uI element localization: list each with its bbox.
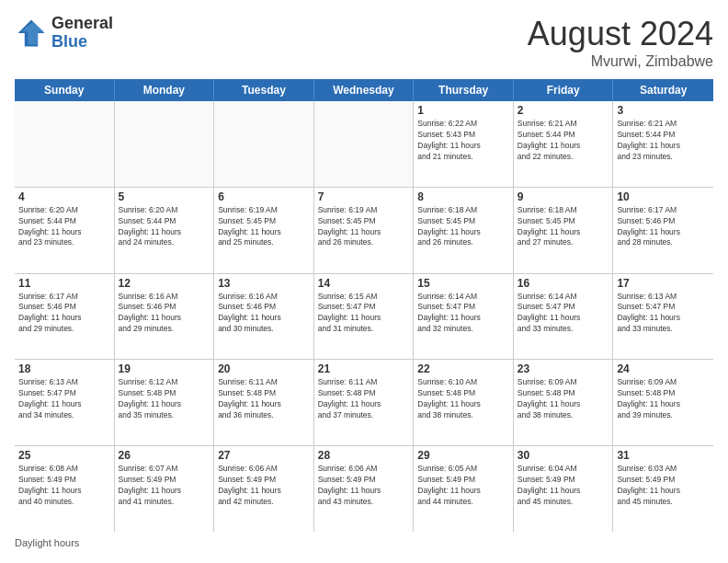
page: General Blue August 2024 Mvurwi, Zimbabw… xyxy=(0,0,728,563)
cal-cell-2-3: 6Sunrise: 6:19 AM Sunset: 5:45 PM Daylig… xyxy=(214,188,314,273)
cal-cell-3-5: 15Sunrise: 6:14 AM Sunset: 5:47 PM Dayli… xyxy=(414,274,514,360)
day-number: 16 xyxy=(518,277,609,290)
day-number: 19 xyxy=(119,362,210,375)
logo: General Blue xyxy=(15,15,113,52)
cal-cell-3-6: 16Sunrise: 6:14 AM Sunset: 5:47 PM Dayli… xyxy=(514,274,614,360)
footer-note: Daylight hours xyxy=(15,537,713,548)
calendar-header: Sunday Monday Tuesday Wednesday Thursday… xyxy=(15,79,713,101)
day-info: Sunrise: 6:12 AM Sunset: 5:48 PM Dayligh… xyxy=(119,377,210,421)
title-month: August 2024 xyxy=(528,15,713,53)
cal-cell-4-6: 23Sunrise: 6:09 AM Sunset: 5:48 PM Dayli… xyxy=(514,360,614,445)
cal-cell-4-1: 18Sunrise: 6:13 AM Sunset: 5:47 PM Dayli… xyxy=(15,360,115,445)
day-number: 15 xyxy=(417,277,509,290)
day-number: 4 xyxy=(18,190,110,203)
day-info: Sunrise: 6:08 AM Sunset: 5:49 PM Dayligh… xyxy=(18,464,110,508)
day-number: 2 xyxy=(518,104,609,117)
header-wednesday: Wednesday xyxy=(314,79,415,101)
day-info: Sunrise: 6:21 AM Sunset: 5:44 PM Dayligh… xyxy=(617,119,710,163)
cal-cell-4-5: 22Sunrise: 6:10 AM Sunset: 5:48 PM Dayli… xyxy=(414,360,514,445)
header-tuesday: Tuesday xyxy=(214,79,314,101)
day-number: 18 xyxy=(18,362,110,375)
day-info: Sunrise: 6:19 AM Sunset: 5:45 PM Dayligh… xyxy=(218,205,310,249)
cal-cell-3-4: 14Sunrise: 6:15 AM Sunset: 5:47 PM Dayli… xyxy=(314,274,415,360)
day-number: 24 xyxy=(617,362,710,375)
day-info: Sunrise: 6:07 AM Sunset: 5:49 PM Dayligh… xyxy=(119,464,210,508)
cal-cell-1-5: 1Sunrise: 6:22 AM Sunset: 5:43 PM Daylig… xyxy=(414,101,514,187)
day-number: 31 xyxy=(617,449,710,462)
day-number: 7 xyxy=(318,190,410,203)
header-friday: Friday xyxy=(514,79,614,101)
header-sunday: Sunday xyxy=(15,79,115,101)
day-number: 23 xyxy=(518,362,609,375)
cal-cell-2-1: 4Sunrise: 6:20 AM Sunset: 5:44 PM Daylig… xyxy=(15,188,115,273)
calendar-week-5: 25Sunrise: 6:08 AM Sunset: 5:49 PM Dayli… xyxy=(15,446,713,532)
cal-cell-5-1: 25Sunrise: 6:08 AM Sunset: 5:49 PM Dayli… xyxy=(15,446,115,532)
day-number: 29 xyxy=(417,449,509,462)
day-info: Sunrise: 6:11 AM Sunset: 5:48 PM Dayligh… xyxy=(318,377,410,421)
day-info: Sunrise: 6:06 AM Sunset: 5:49 PM Dayligh… xyxy=(218,464,310,508)
cal-cell-2-6: 9Sunrise: 6:18 AM Sunset: 5:45 PM Daylig… xyxy=(514,188,614,273)
calendar-body: 1Sunrise: 6:22 AM Sunset: 5:43 PM Daylig… xyxy=(15,101,713,532)
cal-cell-5-5: 29Sunrise: 6:05 AM Sunset: 5:49 PM Dayli… xyxy=(414,446,514,532)
day-info: Sunrise: 6:10 AM Sunset: 5:48 PM Dayligh… xyxy=(417,377,509,421)
day-number: 20 xyxy=(218,362,310,375)
day-info: Sunrise: 6:09 AM Sunset: 5:48 PM Dayligh… xyxy=(518,377,609,421)
day-info: Sunrise: 6:14 AM Sunset: 5:47 PM Dayligh… xyxy=(417,292,509,336)
day-info: Sunrise: 6:09 AM Sunset: 5:48 PM Dayligh… xyxy=(617,377,710,421)
day-number: 3 xyxy=(617,104,710,117)
day-info: Sunrise: 6:13 AM Sunset: 5:47 PM Dayligh… xyxy=(617,292,710,336)
logo-blue-text: Blue xyxy=(51,33,113,52)
day-number: 9 xyxy=(518,190,609,203)
calendar-week-3: 11Sunrise: 6:17 AM Sunset: 5:46 PM Dayli… xyxy=(15,274,713,361)
day-info: Sunrise: 6:06 AM Sunset: 5:49 PM Dayligh… xyxy=(318,464,410,508)
day-number: 8 xyxy=(417,190,509,203)
day-info: Sunrise: 6:11 AM Sunset: 5:48 PM Dayligh… xyxy=(218,377,310,421)
cal-cell-3-7: 17Sunrise: 6:13 AM Sunset: 5:47 PM Dayli… xyxy=(613,274,713,360)
day-number: 22 xyxy=(417,362,509,375)
day-number: 30 xyxy=(518,449,609,462)
header-saturday: Saturday xyxy=(613,79,713,101)
day-info: Sunrise: 6:18 AM Sunset: 5:45 PM Dayligh… xyxy=(518,205,609,249)
day-info: Sunrise: 6:15 AM Sunset: 5:47 PM Dayligh… xyxy=(318,292,410,336)
cal-cell-3-3: 13Sunrise: 6:16 AM Sunset: 5:46 PM Dayli… xyxy=(214,274,314,360)
day-info: Sunrise: 6:17 AM Sunset: 5:46 PM Dayligh… xyxy=(617,205,710,249)
day-number: 28 xyxy=(318,449,410,462)
cal-cell-4-3: 20Sunrise: 6:11 AM Sunset: 5:48 PM Dayli… xyxy=(214,360,314,445)
header-monday: Monday xyxy=(115,79,215,101)
day-info: Sunrise: 6:05 AM Sunset: 5:49 PM Dayligh… xyxy=(417,464,509,508)
calendar-week-4: 18Sunrise: 6:13 AM Sunset: 5:47 PM Dayli… xyxy=(15,360,713,446)
day-number: 5 xyxy=(119,190,210,203)
day-info: Sunrise: 6:19 AM Sunset: 5:45 PM Dayligh… xyxy=(318,205,410,249)
cal-cell-2-2: 5Sunrise: 6:20 AM Sunset: 5:44 PM Daylig… xyxy=(115,188,215,273)
logo-icon xyxy=(15,17,48,50)
calendar: Sunday Monday Tuesday Wednesday Thursday… xyxy=(15,79,713,532)
header: General Blue August 2024 Mvurwi, Zimbabw… xyxy=(15,15,713,70)
header-thursday: Thursday xyxy=(414,79,514,101)
day-number: 17 xyxy=(617,277,710,290)
title-block: August 2024 Mvurwi, Zimbabwe xyxy=(528,15,713,70)
day-number: 26 xyxy=(119,449,210,462)
cal-cell-1-1 xyxy=(15,101,115,187)
day-info: Sunrise: 6:18 AM Sunset: 5:45 PM Dayligh… xyxy=(417,205,509,249)
cal-cell-2-5: 8Sunrise: 6:18 AM Sunset: 5:45 PM Daylig… xyxy=(414,188,514,273)
day-number: 12 xyxy=(119,277,210,290)
day-number: 13 xyxy=(218,277,310,290)
day-info: Sunrise: 6:22 AM Sunset: 5:43 PM Dayligh… xyxy=(417,119,509,163)
cal-cell-4-4: 21Sunrise: 6:11 AM Sunset: 5:48 PM Dayli… xyxy=(314,360,415,445)
day-info: Sunrise: 6:16 AM Sunset: 5:46 PM Dayligh… xyxy=(218,292,310,336)
day-info: Sunrise: 6:20 AM Sunset: 5:44 PM Dayligh… xyxy=(18,205,110,249)
day-number: 10 xyxy=(617,190,710,203)
day-number: 14 xyxy=(318,277,410,290)
day-info: Sunrise: 6:13 AM Sunset: 5:47 PM Dayligh… xyxy=(18,377,110,421)
cal-cell-5-7: 31Sunrise: 6:03 AM Sunset: 5:49 PM Dayli… xyxy=(613,446,713,532)
cal-cell-1-6: 2Sunrise: 6:21 AM Sunset: 5:44 PM Daylig… xyxy=(514,101,614,187)
day-number: 27 xyxy=(218,449,310,462)
cal-cell-5-3: 27Sunrise: 6:06 AM Sunset: 5:49 PM Dayli… xyxy=(214,446,314,532)
footer-note-text: Daylight hours xyxy=(15,537,79,548)
day-number: 25 xyxy=(18,449,110,462)
day-info: Sunrise: 6:04 AM Sunset: 5:49 PM Dayligh… xyxy=(518,464,609,508)
cal-cell-1-7: 3Sunrise: 6:21 AM Sunset: 5:44 PM Daylig… xyxy=(613,101,713,187)
cal-cell-4-2: 19Sunrise: 6:12 AM Sunset: 5:48 PM Dayli… xyxy=(115,360,215,445)
cal-cell-4-7: 24Sunrise: 6:09 AM Sunset: 5:48 PM Dayli… xyxy=(613,360,713,445)
cal-cell-3-2: 12Sunrise: 6:16 AM Sunset: 5:46 PM Dayli… xyxy=(115,274,215,360)
